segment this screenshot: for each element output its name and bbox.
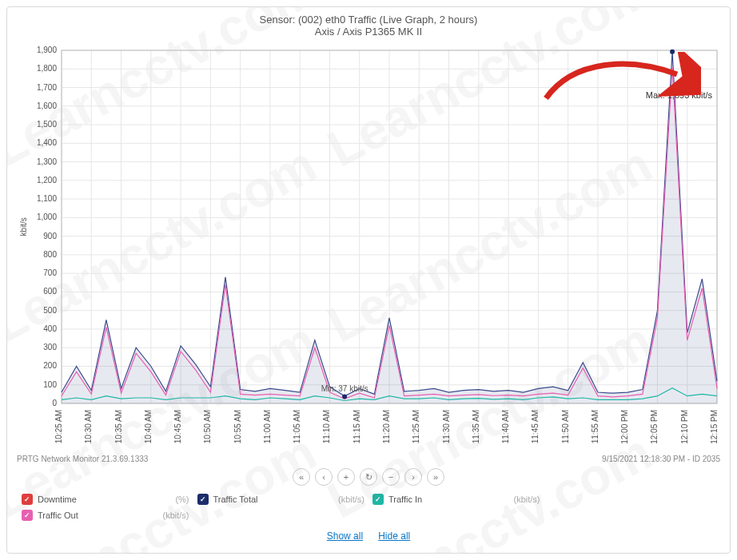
svg-text:11:55 AM: 11:55 AM: [591, 410, 600, 443]
sensor-graph-panel: Learncctv.com Learncctv.com Learncctv.co…: [6, 6, 731, 554]
svg-text:11:50 AM: 11:50 AM: [561, 410, 570, 443]
prev-button[interactable]: ‹: [315, 468, 333, 486]
svg-text:10:45 AM: 10:45 AM: [173, 410, 182, 443]
svg-text:10:40 AM: 10:40 AM: [144, 410, 153, 443]
svg-text:1,000: 1,000: [37, 212, 57, 221]
svg-text:800: 800: [43, 250, 57, 259]
svg-text:1,600: 1,600: [37, 101, 57, 110]
links: Show all Hide all: [14, 530, 723, 542]
svg-text:1,100: 1,100: [37, 194, 57, 203]
svg-text:1,200: 1,200: [37, 176, 57, 185]
svg-text:12:00 PM: 12:00 PM: [620, 410, 629, 444]
svg-text:700: 700: [43, 268, 57, 277]
legend-unit: (kbit/s): [338, 494, 365, 504]
zoom-in-button[interactable]: +: [337, 468, 355, 486]
legend-unit: (%): [175, 494, 189, 504]
svg-text:kbit/s: kbit/s: [19, 217, 28, 236]
svg-text:1,900: 1,900: [37, 46, 57, 54]
max-annotation: Max: 1,893 kbit/s: [646, 90, 712, 100]
legend-item-traffic-in[interactable]: Traffic In (kbit/s): [372, 494, 540, 505]
svg-text:11:25 AM: 11:25 AM: [412, 410, 420, 443]
svg-text:12:15 PM: 12:15 PM: [710, 410, 719, 444]
svg-text:1,400: 1,400: [37, 138, 57, 147]
legend-unit: (kbit/s): [514, 494, 540, 504]
legend-label: Downtime: [38, 494, 77, 504]
svg-point-89: [342, 394, 347, 399]
svg-text:1,500: 1,500: [37, 120, 57, 129]
svg-text:11:30 AM: 11:30 AM: [442, 410, 451, 443]
svg-text:100: 100: [43, 380, 57, 389]
svg-text:11:10 AM: 11:10 AM: [322, 410, 331, 443]
svg-text:500: 500: [43, 306, 57, 315]
svg-text:11:05 AM: 11:05 AM: [293, 410, 301, 443]
svg-text:11:35 AM: 11:35 AM: [472, 410, 480, 443]
chart-area[interactable]: Max: 1,893 kbit/s 0100200300400500600700…: [14, 42, 723, 456]
next-button[interactable]: ›: [404, 468, 422, 486]
svg-text:Min: 37 kbit/s: Min: 37 kbit/s: [321, 384, 368, 393]
line-chart[interactable]: 01002003004005006007008009001,0001,1001,…: [14, 42, 730, 456]
svg-text:10:30 AM: 10:30 AM: [84, 410, 93, 443]
legend-unit: (kbit/s): [163, 510, 189, 520]
svg-text:11:00 AM: 11:00 AM: [263, 410, 272, 443]
svg-text:11:20 AM: 11:20 AM: [382, 410, 391, 443]
svg-text:11:15 AM: 11:15 AM: [353, 410, 361, 443]
svg-text:12:05 PM: 12:05 PM: [650, 410, 659, 444]
legend-item-traffic-out[interactable]: Traffic Out (kbit/s): [22, 510, 189, 521]
svg-text:300: 300: [43, 343, 57, 351]
svg-text:400: 400: [43, 324, 57, 333]
svg-text:10:50 AM: 10:50 AM: [203, 410, 212, 443]
legend-swatch-icon: [22, 494, 33, 505]
svg-text:10:55 AM: 10:55 AM: [233, 410, 242, 443]
svg-text:600: 600: [43, 287, 57, 296]
svg-text:11:40 AM: 11:40 AM: [501, 410, 510, 443]
legend-swatch-icon: [22, 510, 33, 521]
svg-text:900: 900: [43, 232, 57, 240]
legend-label: Traffic Total: [213, 494, 258, 504]
svg-text:1,300: 1,300: [37, 157, 57, 166]
svg-text:10:25 AM: 10:25 AM: [54, 410, 63, 443]
legend-item-downtime[interactable]: Downtime (%): [22, 494, 189, 505]
refresh-button[interactable]: ↻: [360, 468, 377, 486]
legend-item-traffic-total[interactable]: Traffic Total (kbit/s): [197, 494, 365, 505]
first-button[interactable]: «: [293, 468, 310, 486]
svg-text:12:10 PM: 12:10 PM: [680, 410, 689, 444]
legend-swatch-icon: [197, 494, 209, 505]
svg-text:1,700: 1,700: [37, 83, 57, 92]
chart-controls: « ‹ + ↻ − › »: [14, 468, 723, 486]
svg-text:1,800: 1,800: [37, 64, 57, 73]
show-all-link[interactable]: Show all: [327, 530, 363, 542]
legend: Downtime (%) Traffic Total (kbit/s) Traf…: [14, 494, 723, 527]
svg-text:10:35 AM: 10:35 AM: [114, 410, 123, 443]
legend-label: Traffic In: [388, 494, 422, 504]
chart-subtitle: Axis / Axis P1365 MK II: [14, 26, 723, 38]
chart-title: Sensor: (002) eth0 Traffic (Live Graph, …: [14, 14, 723, 26]
last-button[interactable]: »: [427, 468, 444, 486]
zoom-out-button[interactable]: −: [382, 468, 400, 486]
hide-all-link[interactable]: Hide all: [378, 530, 410, 542]
legend-swatch-icon: [372, 494, 384, 505]
svg-point-88: [670, 50, 675, 54]
svg-text:11:45 AM: 11:45 AM: [531, 410, 540, 443]
svg-text:0: 0: [52, 399, 57, 407]
svg-text:200: 200: [43, 361, 57, 370]
legend-label: Traffic Out: [38, 510, 78, 520]
